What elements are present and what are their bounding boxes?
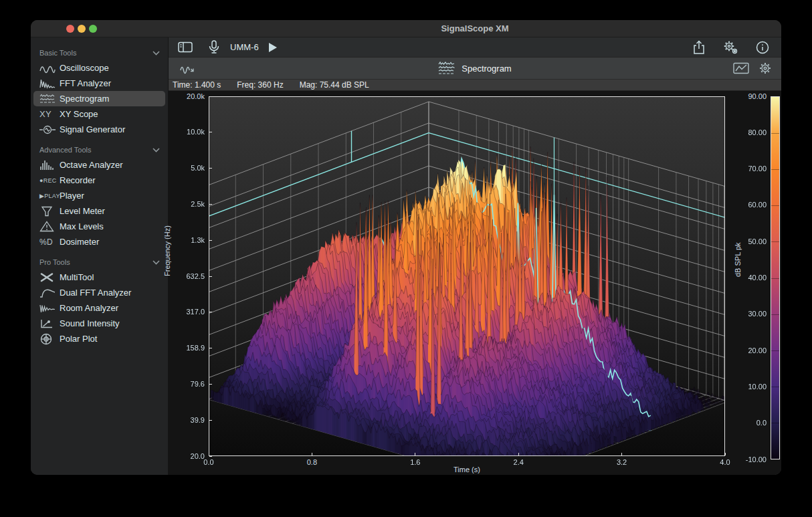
close-button[interactable]: [66, 25, 74, 33]
signal-input-icon[interactable]: [179, 60, 195, 76]
freq-tickmark: [209, 276, 212, 277]
time-tickmark: [518, 453, 519, 455]
view-title: Spectrogram: [462, 64, 511, 74]
sidebar-item-sound-intensity[interactable]: Sound Intensity: [33, 316, 165, 331]
colorbar-tick-label: 10.00: [728, 383, 767, 391]
plot-settings-gear-icon[interactable]: [758, 60, 772, 76]
sidebar-item-multitool[interactable]: MultiTool: [33, 270, 165, 285]
sidebar-item-oscilloscope[interactable]: Oscilloscope: [33, 60, 165, 76]
max-levels-icon: [39, 221, 60, 233]
fft-analyzer-icon: [39, 78, 60, 90]
colorbar-notch: [771, 205, 779, 206]
x-axis-title: Time (s): [209, 466, 725, 474]
zoom-button[interactable]: [89, 25, 97, 33]
colorbar-tick-label: 80.00: [728, 128, 767, 137]
sidebar-item-label: MultiTool: [60, 272, 94, 282]
octave-analyzer-icon: [39, 159, 60, 171]
main-toolbar: UMM-6: [169, 37, 781, 58]
sidebar-item-xy-scope[interactable]: XYXY Scope: [33, 106, 165, 122]
freq-tick-label: 5.0k: [171, 164, 205, 173]
time-tickmark: [312, 453, 312, 455]
sidebar-item-label: FFT Analyzer: [60, 78, 111, 88]
sidebar-item-spectrogram[interactable]: Spectrogram: [33, 91, 165, 106]
polar-plot-icon: [39, 333, 60, 345]
colorbar-tick-label: 60.00: [728, 201, 767, 209]
microphone-icon[interactable]: [209, 39, 219, 56]
sidebar-item-dosimeter[interactable]: %DDosimeter: [33, 234, 165, 249]
sidebar-section-label: Advanced Tools: [39, 146, 153, 154]
app-window: SignalScope XM Basic ToolsOscilloscopeFF…: [31, 20, 781, 475]
sidebar-item-max-levels[interactable]: Max Levels: [33, 219, 165, 234]
view-toolbar: Spectrogram: [169, 58, 781, 80]
time-tickmark: [209, 453, 209, 455]
sidebar-section-pro-tools[interactable]: Pro Tools: [31, 255, 168, 270]
chart-style-button[interactable]: [733, 60, 749, 76]
time-tick-label: 1.6: [402, 458, 429, 467]
input-device-label[interactable]: UMM-6: [230, 42, 259, 52]
sidebar-toggle-button[interactable]: [178, 39, 193, 56]
colorbar-title: dB SPL pk: [734, 242, 742, 277]
spectrogram-canvas[interactable]: [209, 97, 724, 455]
sidebar-item-fft-analyzer[interactable]: FFT Analyzer: [33, 76, 165, 91]
level-meter-icon: [39, 205, 60, 217]
spectrogram-icon: [39, 93, 60, 105]
freq-tick-label: 1.3k: [171, 236, 205, 245]
oscilloscope-icon: [39, 62, 60, 74]
sidebar-item-label: Dual FFT Analyzer: [60, 288, 131, 298]
colorbar-tick-label: -10.00: [728, 455, 767, 464]
sidebar-item-label: Sound Intensity: [60, 318, 120, 328]
freq-tickmark: [209, 456, 212, 457]
freq-tickmark: [209, 96, 212, 97]
colorbar-tick-label: 40.00: [728, 274, 767, 282]
xy-scope-icon: XY: [39, 108, 60, 120]
colorbar-notch: [771, 169, 779, 170]
colorbar-notch: [771, 241, 779, 242]
cursor-freq: Freq: 360 Hz: [237, 80, 283, 90]
signal-generator-icon: [39, 124, 60, 136]
sidebar-item-polar-plot[interactable]: Polar Plot: [33, 331, 165, 346]
sidebar-section-basic-tools[interactable]: Basic Tools: [31, 45, 168, 60]
sidebar-item-label: Polar Plot: [60, 334, 97, 344]
cursor-mag: Mag: 75.44 dB SPL: [300, 80, 369, 90]
spectrogram-plot[interactable]: [209, 96, 725, 456]
sidebar-item-signal-generator[interactable]: Signal Generator: [33, 122, 165, 137]
colorbar-tick-label: 70.00: [728, 165, 767, 173]
colorbar-notch: [771, 278, 779, 279]
minimize-button[interactable]: [78, 25, 86, 33]
sidebar: Basic ToolsOscilloscopeFFT AnalyzerSpect…: [31, 37, 169, 475]
freq-tickmark: [209, 204, 212, 205]
sidebar-item-dual-fft-analyzer[interactable]: Dual FFT Analyzer: [33, 285, 165, 300]
sidebar-item-octave-analyzer[interactable]: Octave Analyzer: [33, 157, 165, 173]
sidebar-item-label: Player: [60, 191, 84, 201]
freq-tickmark: [209, 132, 212, 132]
freq-tickmark: [209, 240, 212, 241]
colorbar-tick-label: 50.00: [728, 237, 767, 246]
cursor-time: Time: 1.400 s: [173, 80, 221, 90]
titlebar: SignalScope XM: [31, 20, 781, 37]
plot-region: Frequency (Hz) Time (s) dB SPL pk 20.0k1…: [169, 91, 781, 475]
freq-tick-label: 10.0k: [171, 128, 205, 136]
sidebar-item-label: Octave Analyzer: [60, 160, 123, 170]
play-button[interactable]: [268, 39, 278, 56]
sidebar-item-label: Dosimeter: [60, 237, 99, 247]
sidebar-item-room-analyzer[interactable]: Room Analyzer: [33, 300, 165, 316]
y-axis-title: Frequency (Hz): [163, 225, 171, 276]
colorbar-notch: [771, 314, 779, 315]
sidebar-item-player[interactable]: ▶PLAYPlayer: [33, 188, 165, 203]
freq-tickmark: [209, 348, 212, 348]
info-icon[interactable]: [756, 39, 769, 56]
sidebar-item-recorder[interactable]: ●RECRecorder: [33, 173, 165, 188]
colorbar-tick-label: 30.00: [728, 310, 767, 318]
freq-tick-label: 158.9: [171, 344, 205, 352]
sidebar-section-advanced-tools[interactable]: Advanced Tools: [31, 142, 168, 157]
settings-gears-icon[interactable]: [722, 39, 738, 56]
multitool-icon: [39, 272, 60, 284]
time-tick-label: 0.0: [195, 458, 222, 467]
freq-tickmark: [209, 384, 212, 385]
sidebar-item-level-meter[interactable]: Level Meter: [33, 203, 165, 219]
sidebar-item-label: Signal Generator: [60, 124, 125, 134]
sidebar-item-label: Max Levels: [60, 221, 104, 231]
share-icon[interactable]: [693, 39, 705, 56]
colorbar: [771, 96, 780, 459]
sidebar-item-label: Room Analyzer: [60, 303, 118, 313]
